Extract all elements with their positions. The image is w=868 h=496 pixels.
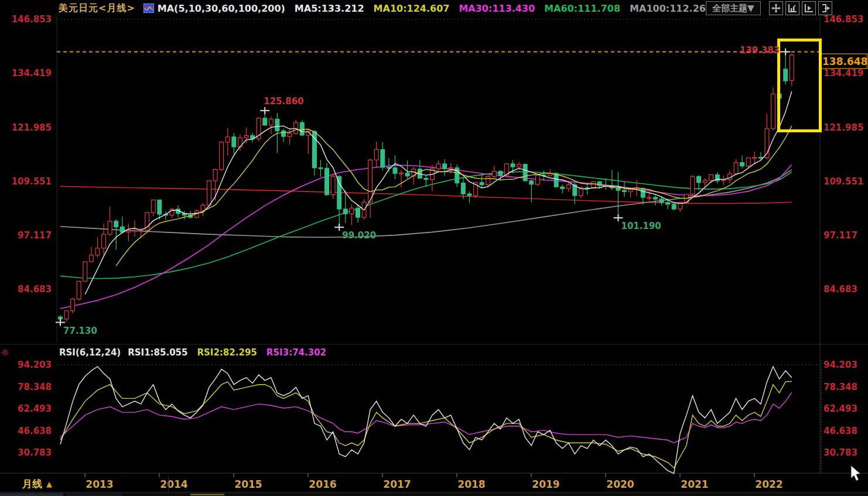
svg-text:2019: 2019 xyxy=(532,478,559,490)
clipped-tab-active[interactable] xyxy=(0,493,63,496)
svg-text:62.493: 62.493 xyxy=(823,403,857,414)
rsi2-line xyxy=(60,381,792,468)
svg-text:78.348: 78.348 xyxy=(823,382,857,392)
svg-text:139.383: 139.383 xyxy=(740,45,780,56)
svg-text:138.648: 138.648 xyxy=(822,56,867,67)
svg-text:2017: 2017 xyxy=(383,478,411,490)
clipped-text-fragment xyxy=(190,494,224,495)
theme-dropdown-button[interactable]: 全部主题▼ xyxy=(706,1,761,15)
last-price-badge: 138.648 xyxy=(821,54,868,69)
svg-text:84.683: 84.683 xyxy=(18,284,52,295)
chart-frame xyxy=(0,16,868,473)
svg-text:121.985: 121.985 xyxy=(12,122,52,133)
svg-text:97.117: 97.117 xyxy=(18,230,52,241)
svg-text:30.783: 30.783 xyxy=(18,447,52,458)
svg-text:2021: 2021 xyxy=(681,478,708,490)
ma5-value: MA5:133.212 xyxy=(295,3,364,14)
clipped-tab[interactable] xyxy=(66,493,122,496)
rsi1-line xyxy=(60,367,792,474)
ma5-line xyxy=(85,91,792,295)
candles xyxy=(59,52,794,322)
chart-canvas: 146.853146.853134.419134.419121.985121.9… xyxy=(0,0,868,496)
mouse-cursor xyxy=(851,466,860,481)
svg-text:46.638: 46.638 xyxy=(823,426,857,436)
svg-text:109.551: 109.551 xyxy=(823,176,863,187)
svg-text:77.130: 77.130 xyxy=(63,326,97,336)
bottom-toolbar-clipped xyxy=(0,492,868,496)
svg-text:78.348: 78.348 xyxy=(18,382,52,392)
exit-icon[interactable] xyxy=(818,1,832,15)
svg-text:46.638: 46.638 xyxy=(18,426,52,436)
period-arrow-icon: ▲ xyxy=(46,480,52,488)
ma100-value: MA100:112.26 xyxy=(630,3,706,14)
instrument-title: 美元日元<月线> xyxy=(59,2,135,15)
axis-zoom-icon[interactable] xyxy=(785,1,799,15)
svg-text:94.203: 94.203 xyxy=(823,360,857,370)
svg-text:134.419: 134.419 xyxy=(823,68,863,78)
svg-text:2022: 2022 xyxy=(755,478,782,490)
period-label: 月线 xyxy=(22,477,42,491)
svg-text:94.203: 94.203 xyxy=(18,360,52,370)
svg-text:84.683: 84.683 xyxy=(823,284,857,295)
svg-text:2020: 2020 xyxy=(606,478,634,490)
svg-text:97.117: 97.117 xyxy=(823,230,857,241)
price-axis-labels: 146.853146.853134.419134.419121.985121.9… xyxy=(12,14,864,295)
svg-text:99.020: 99.020 xyxy=(342,230,376,241)
x-axis: 2013201420152016201720182019202020212022 xyxy=(85,473,783,490)
svg-text:134.419: 134.419 xyxy=(12,68,52,78)
svg-text:62.493: 62.493 xyxy=(18,403,52,414)
ma30-value: MA30:113.430 xyxy=(459,3,535,14)
svg-text:121.985: 121.985 xyxy=(823,122,863,133)
svg-text:30.783: 30.783 xyxy=(823,447,857,458)
move-icon[interactable] xyxy=(769,1,783,15)
rsi1-value: RSI1:85.055 xyxy=(128,347,187,358)
svg-text:109.551: 109.551 xyxy=(12,176,52,187)
annotations: 139.383125.86099.020101.19077.130 xyxy=(56,45,790,336)
period-selector[interactable]: 月线 ▲ xyxy=(0,476,169,492)
rsi-pane: 94.20394.20378.34878.34862.49362.49346.6… xyxy=(18,360,857,474)
svg-text:2016: 2016 xyxy=(309,478,336,490)
rsi-settings-label: RSI(6,12,24) xyxy=(59,347,121,358)
chart-type-icon[interactable] xyxy=(143,4,154,13)
svg-text:125.860: 125.860 xyxy=(264,96,303,107)
svg-text:2015: 2015 xyxy=(234,478,262,490)
chart-header: 美元日元<月线> MA(5,10,30,60,100,200) MA5:133.… xyxy=(0,0,868,16)
indicator-settings-icon[interactable]: ☼ xyxy=(1,347,12,358)
axis-play-icon[interactable] xyxy=(802,1,816,15)
ma60-value: MA60:111.708 xyxy=(544,3,620,14)
ma-settings-label: MA(5,10,30,60,100,200) xyxy=(158,3,285,14)
rsi2-value: RSI2:82.295 xyxy=(197,347,257,358)
ma60-line xyxy=(60,172,792,279)
svg-text:2018: 2018 xyxy=(457,478,485,490)
highlight-box[interactable] xyxy=(779,40,821,131)
rsi3-line xyxy=(60,392,792,443)
rsi-header: ☼ RSI(6,12,24) RSI1:85.055 RSI2:82.295 R… xyxy=(0,346,326,359)
charting-app: 146.853146.853134.419134.419121.985121.9… xyxy=(0,0,868,496)
rsi3-value: RSI3:74.302 xyxy=(266,347,326,358)
ma10-value: MA10:124.607 xyxy=(374,3,450,14)
svg-text:101.190: 101.190 xyxy=(621,221,661,231)
